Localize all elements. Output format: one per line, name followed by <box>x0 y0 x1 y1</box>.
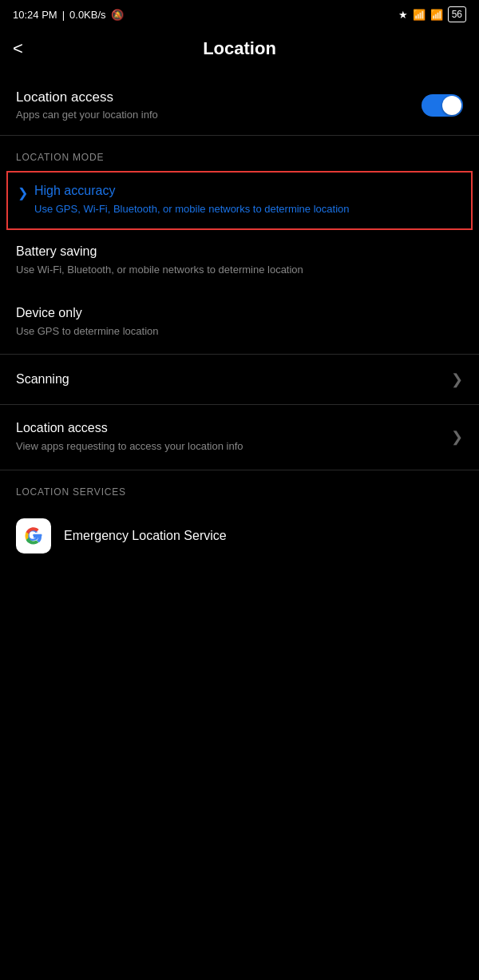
chevron-right-icon: ❯ <box>451 371 463 388</box>
high-accuracy-title: High accuracy <box>34 184 350 198</box>
location-access-text: Location access Apps can get your locati… <box>16 89 158 121</box>
signal-icon: 📶 <box>413 9 426 21</box>
mode-battery-saving[interactable]: Battery saving Use Wi-Fi, Bluetooth, or … <box>0 230 479 292</box>
mode-device-only[interactable]: Device only Use GPS to determine locatio… <box>0 292 479 354</box>
battery-value: 56 <box>452 9 462 20</box>
back-button[interactable]: < <box>13 38 23 59</box>
location-access-toggle[interactable] <box>422 94 463 117</box>
mute-icon: 🔕 <box>111 9 124 21</box>
bluetooth-icon: ★ <box>398 9 408 21</box>
emergency-location-title: Emergency Location Service <box>64 529 227 543</box>
battery-indicator: 56 <box>448 6 466 22</box>
emergency-location-service-row[interactable]: G Emergency Location Service <box>0 506 479 566</box>
network-speed-value: 0.0KB/s <box>69 9 106 21</box>
location-access-menu-row[interactable]: Location access View apps requesting to … <box>0 405 479 470</box>
location-access-title: Location access <box>16 89 158 105</box>
device-only-subtitle: Use GPS to determine location <box>16 323 463 339</box>
status-bar: 10:24 PM | 0.0KB/s 🔕 ★ 📶 📶 56 <box>0 0 479 29</box>
device-only-title: Device only <box>16 306 463 320</box>
location-mode-section-label: LOCATION MODE <box>0 136 479 171</box>
toggle-knob <box>442 96 461 115</box>
location-services-section-label: LOCATION SERVICES <box>0 470 479 506</box>
scanning-title: Scanning <box>16 372 69 387</box>
chevron-right-icon-2: ❯ <box>451 428 463 446</box>
time: 10:24 PM <box>13 9 57 21</box>
status-left: 10:24 PM | 0.0KB/s 🔕 <box>13 9 124 21</box>
location-access-row: Location access Apps can get your locati… <box>0 75 479 135</box>
scanning-row[interactable]: Scanning ❯ <box>0 355 479 404</box>
location-access-subtitle: Apps can get your location info <box>16 109 158 121</box>
network-speed: | <box>62 9 65 21</box>
mode-high-accuracy[interactable]: ❯ High accuracy Use GPS, Wi-Fi, Bluetoot… <box>6 171 473 230</box>
location-access-menu-title: Location access <box>16 421 243 435</box>
wifi-icon: 📶 <box>430 9 443 21</box>
high-accuracy-subtitle: Use GPS, Wi-Fi, Bluetooth, or mobile net… <box>34 201 350 217</box>
page-title: Location <box>203 38 276 59</box>
chevron-selected-icon: ❯ <box>18 185 28 200</box>
status-right: ★ 📶 📶 56 <box>398 6 466 22</box>
location-access-menu-subtitle: View apps requesting to access your loca… <box>16 438 243 454</box>
google-icon: G <box>16 518 51 553</box>
battery-saving-title: Battery saving <box>16 244 463 259</box>
page-header: < Location <box>0 29 479 75</box>
battery-saving-subtitle: Use Wi-Fi, Bluetooth, or mobile networks… <box>16 262 463 278</box>
